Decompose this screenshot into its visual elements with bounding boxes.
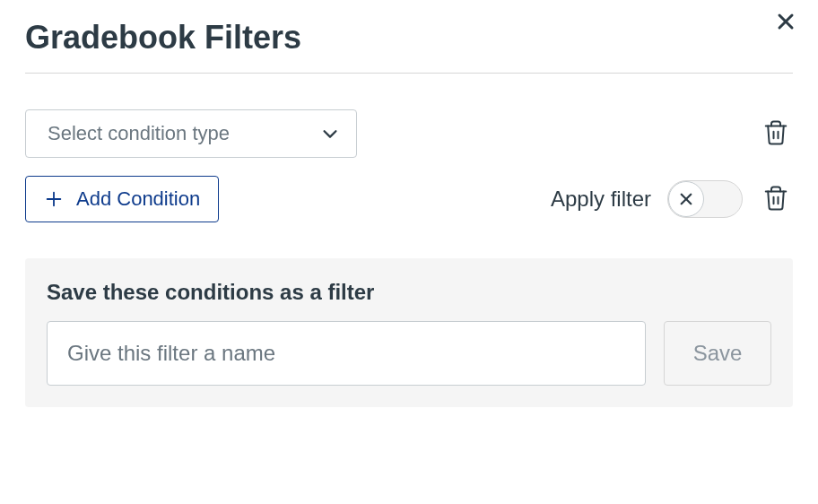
plus-icon — [44, 189, 64, 209]
apply-filter-toggle[interactable] — [667, 180, 743, 218]
apply-filter-group: Apply filter — [551, 180, 793, 218]
x-icon — [678, 191, 694, 207]
add-condition-label: Add Condition — [76, 187, 200, 211]
condition-type-select[interactable]: Select condition type — [25, 109, 357, 158]
apply-filter-label: Apply filter — [551, 187, 651, 212]
close-icon — [775, 11, 796, 32]
panel-header: Gradebook Filters — [25, 18, 793, 74]
condition-type-placeholder: Select condition type — [48, 122, 230, 145]
save-button[interactable]: Save — [664, 321, 771, 386]
delete-condition-button[interactable] — [759, 116, 793, 152]
chevron-down-icon — [320, 124, 340, 143]
save-filter-panel: Save these conditions as a filter Save — [25, 258, 793, 407]
action-row: Add Condition Apply filter — [25, 176, 793, 222]
trash-icon — [762, 185, 789, 212]
save-input-row: Save — [47, 321, 771, 386]
add-condition-button[interactable]: Add Condition — [25, 176, 219, 222]
delete-filter-button[interactable] — [759, 181, 793, 218]
page-title: Gradebook Filters — [25, 18, 793, 56]
toggle-knob — [668, 181, 704, 217]
condition-row: Select condition type — [25, 109, 793, 158]
close-button[interactable] — [771, 7, 800, 39]
save-panel-title: Save these conditions as a filter — [47, 280, 771, 305]
trash-icon — [762, 119, 789, 146]
filter-name-input[interactable] — [47, 321, 646, 386]
